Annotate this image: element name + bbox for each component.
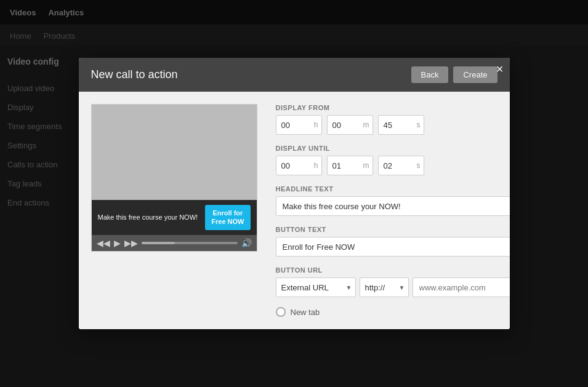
display-from-s-input[interactable]	[378, 115, 424, 135]
play-icon[interactable]: ▶	[114, 238, 121, 248]
button-text-row: BUTTON TEXT	[276, 226, 510, 257]
display-until-m-group: m	[327, 156, 373, 175]
headline-text-row: HEADLINE TEXT	[276, 185, 510, 216]
modal-overlay: New call to action Back Create × Make th…	[0, 0, 588, 387]
cta-line2: Free NOW	[211, 217, 244, 226]
progress-bar[interactable]	[142, 242, 238, 244]
video-screen	[92, 105, 257, 200]
rewind-icon[interactable]: ◀◀	[97, 238, 110, 248]
modal-title: New call to action	[91, 68, 178, 81]
url-row: External URL Internal URL ▼ http:// http…	[276, 277, 510, 297]
display-until-label: DISPLAY UNTIL	[276, 145, 510, 152]
display-until-m-input[interactable]	[327, 156, 373, 175]
back-button[interactable]: Back	[411, 66, 449, 83]
cta-line1: Enroll for	[211, 209, 244, 217]
video-controls: ◀◀ ▶ ▶▶ 🔊	[92, 235, 257, 251]
url-text-input[interactable]	[413, 277, 510, 297]
display-until-h-group: h	[276, 156, 322, 175]
display-from-inputs: h m s	[276, 115, 510, 135]
display-from-h-input[interactable]	[276, 115, 322, 135]
display-from-m-group: m	[327, 115, 373, 135]
video-overlay-bar: Make this free course your NOW! Enroll f…	[92, 200, 257, 235]
display-until-s-group: s	[378, 156, 424, 175]
display-from-row: DISPLAY FROM h m s	[276, 104, 510, 135]
display-until-h-input[interactable]	[276, 156, 322, 175]
create-button[interactable]: Create	[453, 66, 497, 83]
cta-button-preview[interactable]: Enroll for Free NOW	[205, 205, 250, 230]
forward-icon[interactable]: ▶▶	[124, 238, 138, 248]
display-until-row: DISPLAY UNTIL h m s	[276, 145, 510, 175]
display-until-inputs: h m s	[276, 156, 510, 175]
modal-header: New call to action Back Create ×	[79, 58, 510, 92]
headline-text-label: HEADLINE TEXT	[276, 185, 510, 193]
modal: New call to action Back Create × Make th…	[79, 58, 510, 329]
display-from-h-group: h	[276, 115, 322, 135]
video-preview: Make this free course your NOW! Enroll f…	[91, 104, 257, 252]
volume-icon[interactable]: 🔊	[241, 238, 252, 248]
display-until-s-input[interactable]	[378, 156, 424, 175]
form-panel: DISPLAY FROM h m s	[270, 92, 510, 329]
modal-header-buttons: Back Create	[411, 66, 497, 83]
button-url-row: BUTTON URL External URL Internal URL ▼ h…	[276, 266, 510, 297]
headline-text-input[interactable]	[276, 196, 510, 216]
progress-fill	[142, 242, 175, 244]
display-from-m-input[interactable]	[327, 115, 373, 135]
new-tab-radio[interactable]	[276, 307, 286, 317]
new-tab-row: New tab	[276, 307, 510, 317]
url-protocol-select[interactable]: http:// https://	[360, 277, 409, 297]
url-protocol-wrapper: http:// https:// ▼	[360, 277, 409, 297]
display-from-label: DISPLAY FROM	[276, 104, 510, 111]
video-overlay-text: Make this free course your NOW!	[98, 213, 206, 221]
display-from-s-group: s	[378, 115, 424, 135]
button-text-input[interactable]	[276, 237, 510, 257]
modal-body: Make this free course your NOW! Enroll f…	[79, 92, 510, 329]
new-tab-label: New tab	[291, 308, 320, 317]
button-text-label: BUTTON TEXT	[276, 226, 510, 233]
button-url-label: BUTTON URL	[276, 266, 510, 274]
url-type-select[interactable]: External URL Internal URL	[276, 277, 356, 297]
close-button[interactable]: ×	[496, 63, 504, 75]
url-type-wrapper: External URL Internal URL ▼	[276, 277, 356, 297]
preview-panel: Make this free course your NOW! Enroll f…	[79, 92, 270, 329]
